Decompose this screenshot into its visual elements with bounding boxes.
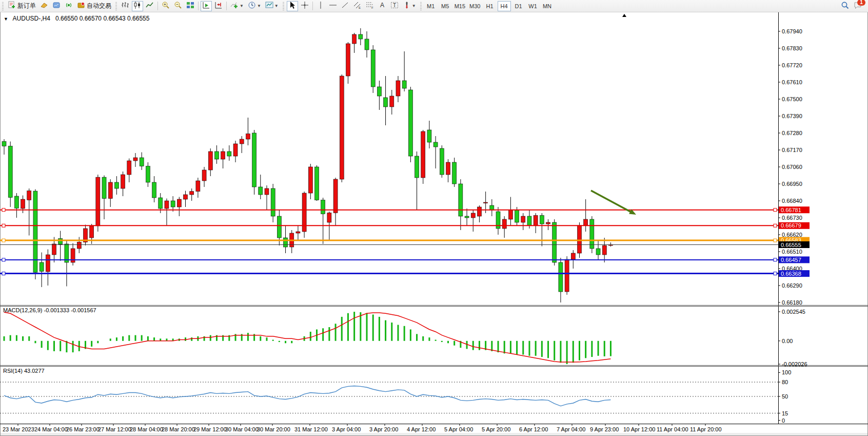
candle-body <box>127 161 131 175</box>
candle-body <box>446 162 450 175</box>
candle-body <box>490 205 494 210</box>
chart-shift-icon <box>214 1 223 11</box>
new-order-button[interactable]: 新订单 <box>6 1 37 11</box>
market-watch-button[interactable] <box>38 1 50 11</box>
collapse-triangle-icon[interactable]: ▼ <box>4 16 8 22</box>
timeframe-m15-button[interactable]: M15 <box>453 1 467 11</box>
zoom-in-icon <box>162 1 170 11</box>
text-icon: A <box>378 1 386 11</box>
candle-body <box>52 244 56 255</box>
svg-text:3 Apr 20:00: 3 Apr 20:00 <box>369 426 398 432</box>
signals-button[interactable] <box>63 1 74 11</box>
svg-text:-0.002026: -0.002026 <box>782 361 807 367</box>
svg-text:0.66368: 0.66368 <box>781 271 801 277</box>
rsi-indicator-label: RSI(14) 43.0277 <box>3 368 45 374</box>
candlestick-icon <box>133 1 142 11</box>
svg-text:26 Mar 23:00: 26 Mar 23:00 <box>66 426 100 432</box>
candle-body <box>190 192 194 195</box>
candle-body <box>477 207 481 216</box>
bar-chart-view-button[interactable] <box>120 1 131 11</box>
candle-body <box>308 167 312 193</box>
crosshair-tool-button[interactable] <box>299 1 310 11</box>
periods-button[interactable]: ▼ <box>246 1 263 11</box>
indicators-button[interactable]: ▼ <box>229 1 245 11</box>
svg-text:15: 15 <box>782 410 788 416</box>
candle-body <box>315 167 319 200</box>
timeframe-w1-button[interactable]: W1 <box>526 1 540 11</box>
candle-body <box>77 242 81 249</box>
chart-canvas[interactable]: 0.679400.678300.677200.676100.675000.673… <box>0 0 868 436</box>
timeframe-m1-button[interactable]: M1 <box>424 1 438 11</box>
arrows-tool-button[interactable]: ▼ <box>401 1 418 11</box>
candle-body <box>521 216 525 222</box>
text-tool-button[interactable]: A <box>377 1 388 11</box>
search-button[interactable] <box>839 1 851 11</box>
vertical-line-tool-button[interactable] <box>315 1 326 11</box>
timeframe-h1-button[interactable]: H1 <box>483 1 497 11</box>
autotrade-button[interactable]: 自动交易 <box>75 1 113 11</box>
signal-icon <box>65 1 73 11</box>
candle-body <box>396 81 400 96</box>
chart-shift-button[interactable] <box>213 1 224 11</box>
text-label-tool-button[interactable]: T <box>389 1 400 11</box>
tile-windows-button[interactable] <box>185 1 196 11</box>
svg-text:0.67500: 0.67500 <box>782 96 802 102</box>
candle-body <box>584 219 588 225</box>
toolbar-separator <box>226 2 227 10</box>
candle-body <box>546 222 550 224</box>
svg-text:0.66781: 0.66781 <box>781 207 801 213</box>
svg-text:0.66555: 0.66555 <box>781 242 801 248</box>
candle-body <box>421 131 425 178</box>
svg-text:0: 0 <box>782 418 785 424</box>
notifications-button[interactable]: 1 <box>852 1 864 11</box>
timeframe-m30-button[interactable]: M30 <box>468 1 482 11</box>
candle-body <box>465 216 469 218</box>
fibonacci-tool-button[interactable]: F <box>364 1 376 11</box>
candle-body <box>440 148 444 175</box>
timeframe-h4-button[interactable]: H4 <box>498 1 511 11</box>
svg-text:0.66840: 0.66840 <box>782 198 802 204</box>
gold-wedge-icon <box>40 1 48 11</box>
candle-body <box>40 262 44 271</box>
line-handle <box>2 224 5 227</box>
candle-body <box>21 199 25 208</box>
zoom-in-button[interactable] <box>160 1 171 11</box>
chevron-down-icon: ▼ <box>257 4 261 8</box>
autotrade-label: 自动交易 <box>87 2 111 10</box>
cursor-tool-button[interactable] <box>287 1 298 11</box>
candle-body <box>508 210 512 219</box>
candle-body <box>365 39 369 50</box>
candle-body <box>152 182 156 198</box>
candle-body <box>433 142 438 147</box>
auto-scroll-button[interactable] <box>201 1 212 11</box>
channel-tool-button[interactable]: E <box>352 1 363 11</box>
zoom-out-button[interactable] <box>172 1 184 11</box>
candle-body <box>2 142 6 146</box>
svg-text:11 Apr 20:00: 11 Apr 20:00 <box>690 426 722 432</box>
candle-body <box>233 144 238 156</box>
candle-body <box>71 249 75 262</box>
svg-text:0.67830: 0.67830 <box>782 45 802 51</box>
svg-text:0.67390: 0.67390 <box>782 113 802 119</box>
line-chart-view-button[interactable] <box>144 1 155 11</box>
timeframe-m5-button[interactable]: M5 <box>439 1 452 11</box>
trendline-tool-button[interactable] <box>340 1 351 11</box>
candle-body <box>527 216 531 225</box>
svg-text:3 Apr 04:00: 3 Apr 04:00 <box>332 426 361 432</box>
horizontal-line-tool-button[interactable] <box>327 1 339 11</box>
svg-text:23 Mar 2023: 23 Mar 2023 <box>3 426 34 432</box>
timeframe-mn-button[interactable]: MN <box>541 1 554 11</box>
svg-text:0.67610: 0.67610 <box>782 79 802 85</box>
svg-text:9 Apr 23:00: 9 Apr 23:00 <box>590 426 619 432</box>
profile-button[interactable] <box>51 1 62 11</box>
svg-text:27 Mar 12:00: 27 Mar 12:00 <box>98 426 131 432</box>
clock-icon <box>248 1 256 11</box>
candle-body <box>140 158 144 166</box>
candlestick-view-button[interactable] <box>132 1 143 11</box>
candle-body <box>271 188 275 216</box>
timeframe-d1-button[interactable]: D1 <box>512 1 525 11</box>
candle-body <box>502 219 506 229</box>
autotrade-icon <box>77 1 85 11</box>
templates-button[interactable]: ▼ <box>264 1 280 11</box>
candle-body <box>571 253 575 259</box>
